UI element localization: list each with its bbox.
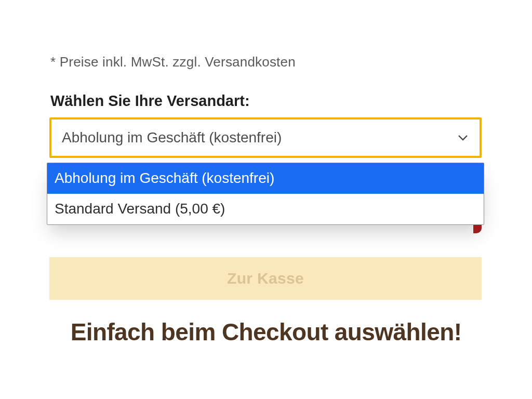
shipping-method-selected-label: Abholung im Geschäft (kostenfrei)	[62, 129, 282, 146]
checkout-button[interactable]: Zur Kasse	[49, 257, 482, 300]
promo-caption: Einfach beim Checkout auswählen!	[0, 318, 532, 346]
shipping-option[interactable]: Abholung im Geschäft (kostenfrei)	[47, 163, 484, 194]
price-disclaimer: * Preise inkl. MwSt. zzgl. Versandkosten	[50, 54, 296, 70]
hidden-button-corner	[473, 225, 482, 233]
shipping-method-dropdown: Abholung im Geschäft (kostenfrei) Standa…	[47, 163, 484, 225]
chevron-down-icon	[457, 131, 469, 144]
shipping-method-select[interactable]: Abholung im Geschäft (kostenfrei)	[49, 117, 482, 158]
shipping-heading: Wählen Sie Ihre Versandart:	[50, 92, 250, 110]
shipping-option[interactable]: Standard Versand (5,00 €)	[47, 194, 484, 224]
